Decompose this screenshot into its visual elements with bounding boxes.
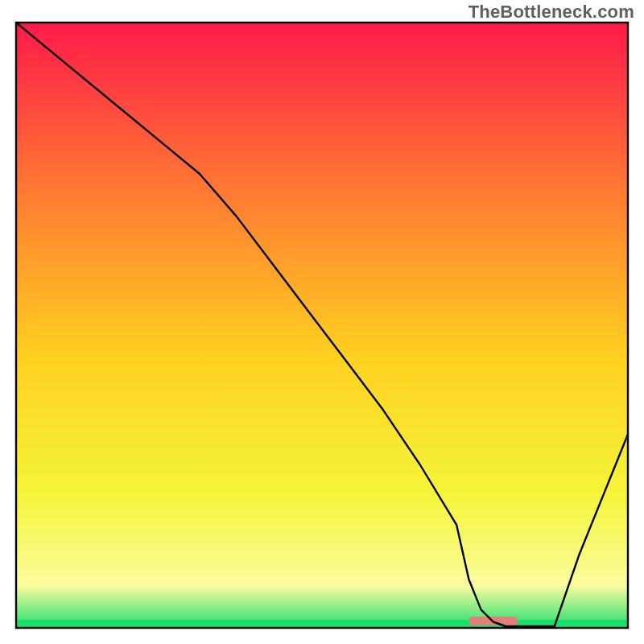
bottleneck-chart [0,0,644,644]
watermark-text: TheBottleneck.com [469,2,634,23]
plot-background [16,23,628,628]
chart-container: TheBottleneck.com [0,0,644,644]
